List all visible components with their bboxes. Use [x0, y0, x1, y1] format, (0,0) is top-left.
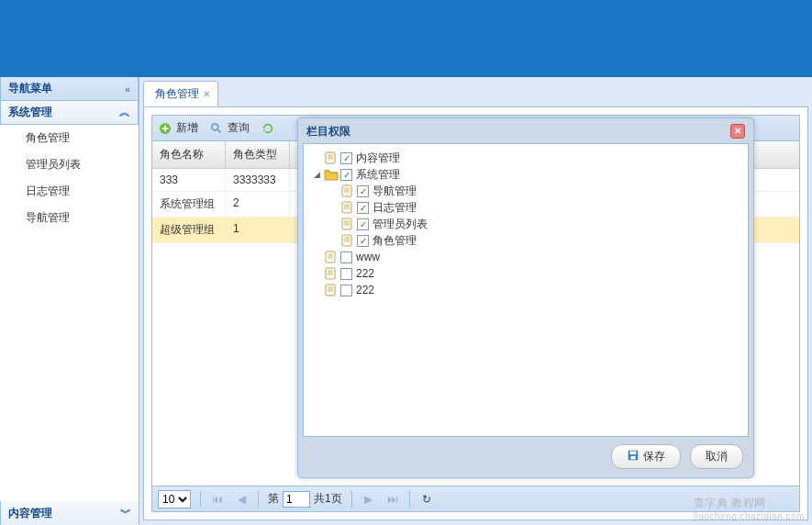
tab-label: 角色管理 — [155, 86, 199, 102]
watermark-sub: jiaocheng.chazidian.com — [694, 511, 805, 521]
first-page-button[interactable]: ⏮ — [210, 493, 225, 506]
page-icon — [340, 201, 355, 214]
tab-strip: 角色管理 ✕ — [143, 81, 812, 106]
menu-item-logs[interactable]: 日志管理 — [0, 178, 139, 205]
save-label: 保存 — [643, 449, 665, 464]
svg-rect-3 — [326, 152, 335, 163]
tree-node[interactable]: ▸✓内容管理 — [309, 150, 742, 166]
page-number-input[interactable] — [283, 491, 310, 508]
tree-checkbox[interactable] — [340, 285, 352, 296]
nav-menu-header[interactable]: 导航菜单 « — [0, 77, 139, 101]
tree-checkbox[interactable]: ✓ — [340, 169, 352, 181]
tree-label: 角色管理 — [371, 233, 417, 249]
top-banner — [0, 0, 812, 77]
cell-type: 3333333 — [226, 169, 290, 191]
sidebar: 导航菜单 « 系统管理 ︽ 角色管理 管理员列表 日志管理 导航管理 内容管理 … — [0, 77, 139, 525]
tree-checkbox[interactable] — [340, 251, 352, 263]
last-page-button[interactable]: ⏭ — [385, 493, 400, 506]
permissions-dialog: 栏目权限 ✕ ▸✓内容管理◢✓系统管理▸✓导航管理▸✓日志管理▸✓管理员列表▸✓… — [297, 117, 754, 478]
menu-item-role[interactable]: 角色管理 — [0, 125, 139, 151]
separator — [200, 491, 201, 508]
save-icon — [627, 449, 640, 464]
page-icon — [324, 284, 339, 296]
tab-role-mgmt[interactable]: 角色管理 ✕ — [143, 81, 218, 106]
tree-checkbox[interactable]: ✓ — [340, 152, 352, 164]
refresh-icon — [261, 121, 275, 136]
dialog-header[interactable]: 栏目权限 ✕ — [303, 123, 749, 143]
page-icon — [324, 251, 339, 263]
col-header-type[interactable]: 角色类型 — [226, 141, 290, 168]
svg-line-2 — [217, 128, 221, 132]
svg-point-1 — [212, 123, 218, 129]
tree-node[interactable]: ▸✓日志管理 — [309, 199, 742, 216]
tree-node[interactable]: ▸✓管理员列表 — [309, 216, 742, 232]
tree-node[interactable]: ▸✓角色管理 — [309, 232, 742, 249]
tree-label: 222 — [354, 267, 374, 280]
permissions-tree: ▸✓内容管理◢✓系统管理▸✓导航管理▸✓日志管理▸✓管理员列表▸✓角色管理▸ww… — [309, 150, 742, 298]
tree-node[interactable]: ▸www — [309, 249, 742, 265]
separator — [258, 491, 259, 508]
next-page-button[interactable]: ▶ — [362, 493, 376, 506]
svg-rect-27 — [326, 268, 335, 279]
col-header-name[interactable]: 角色名称 — [152, 141, 226, 168]
page-icon — [324, 267, 339, 280]
dialog-close-button[interactable]: ✕ — [730, 124, 745, 139]
menu-item-admins[interactable]: 管理员列表 — [0, 151, 139, 178]
add-label: 新增 — [176, 120, 198, 136]
tree-node[interactable]: ▸222 — [309, 282, 742, 298]
svg-rect-15 — [342, 218, 351, 229]
tree-checkbox[interactable]: ✓ — [357, 235, 369, 247]
cell-name: 333 — [152, 169, 226, 191]
tree-label: 内容管理 — [354, 151, 400, 166]
tree-label: 管理员列表 — [371, 217, 428, 232]
tree-node[interactable]: ▸✓导航管理 — [309, 183, 742, 199]
page-total: 共1页 — [314, 491, 342, 507]
dialog-footer: 保存 取消 — [303, 437, 749, 473]
cell-type: 1 — [226, 218, 290, 242]
separator — [409, 491, 410, 508]
svg-rect-23 — [326, 251, 335, 262]
menu-item-nav[interactable]: 导航管理 — [0, 205, 139, 231]
page-size-select[interactable]: 10 — [158, 490, 191, 508]
page-prefix: 第 — [268, 491, 279, 507]
chevron-down-icon[interactable]: ︾ — [120, 506, 131, 521]
cell-name: 超级管理组 — [152, 218, 226, 242]
tab-close-icon[interactable]: ✕ — [203, 89, 210, 99]
expander-open-icon[interactable]: ◢ — [311, 170, 322, 179]
watermark-main: 查字典 教程网 — [694, 496, 805, 511]
page-icon — [340, 218, 355, 230]
nav-menu-title: 导航菜单 — [8, 81, 52, 96]
accordion-system[interactable]: 系统管理 ︽ — [0, 101, 139, 125]
tree-checkbox[interactable]: ✓ — [357, 202, 369, 214]
folder-icon — [324, 168, 339, 181]
save-button[interactable]: 保存 — [611, 444, 681, 469]
svg-rect-7 — [342, 185, 351, 196]
tree-checkbox[interactable] — [340, 268, 352, 280]
add-button[interactable]: 新增 — [158, 120, 198, 136]
watermark: 查字典 教程网 jiaocheng.chazidian.com — [694, 496, 805, 521]
tree-label: www — [354, 251, 380, 263]
tree-label: 导航管理 — [371, 184, 417, 199]
dialog-title: 栏目权限 — [306, 124, 350, 140]
prev-page-button[interactable]: ◀ — [234, 493, 249, 506]
tree-node[interactable]: ▸222 — [309, 265, 742, 282]
tree-checkbox[interactable]: ✓ — [357, 185, 369, 197]
svg-rect-36 — [630, 452, 637, 455]
cell-name: 系统管理组 — [152, 192, 226, 217]
search-button[interactable]: 查询 — [209, 120, 250, 136]
collapse-left-icon[interactable]: « — [125, 84, 130, 95]
cancel-button[interactable]: 取消 — [690, 444, 743, 469]
tree-label: 系统管理 — [354, 167, 400, 183]
chevron-up-icon[interactable]: ︽ — [119, 105, 130, 120]
dialog-body: ▸✓内容管理◢✓系统管理▸✓导航管理▸✓日志管理▸✓管理员列表▸✓角色管理▸ww… — [303, 143, 749, 437]
tree-node[interactable]: ◢✓系统管理 — [309, 166, 742, 183]
accordion-content[interactable]: 内容管理 ︾ — [0, 501, 139, 525]
search-icon — [209, 121, 224, 136]
accordion-system-label: 系统管理 — [8, 105, 52, 120]
add-icon — [158, 121, 172, 136]
page-input-group: 第 共1页 — [268, 491, 342, 508]
refresh-page-button[interactable]: ↻ — [419, 493, 434, 506]
tree-checkbox[interactable]: ✓ — [357, 218, 369, 230]
menu-list: 角色管理 管理员列表 日志管理 导航管理 — [0, 125, 139, 231]
refresh-button[interactable] — [261, 121, 275, 136]
